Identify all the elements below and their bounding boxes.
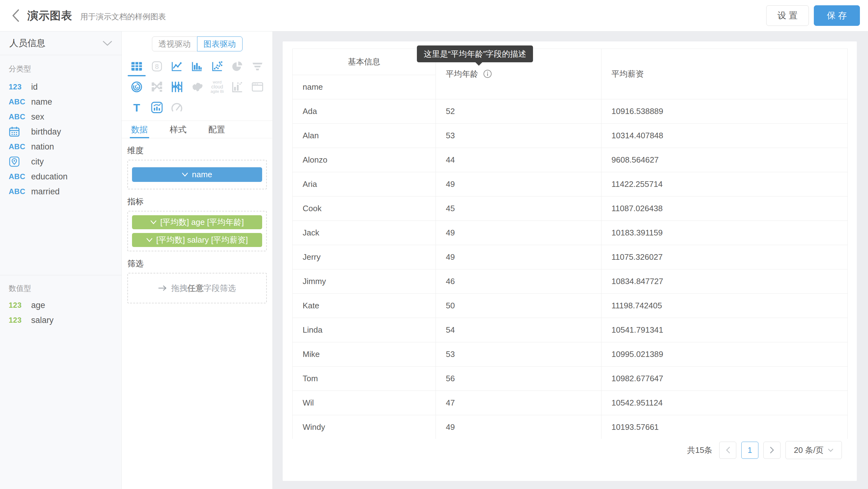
- table-row: Kate5011198.742405: [293, 294, 848, 318]
- chevron-left-icon: [726, 447, 730, 454]
- chart-type-map-icon[interactable]: [189, 80, 205, 94]
- string-field-icon: ABC: [9, 142, 28, 151]
- table-row: Alonzo449608.564627: [293, 148, 848, 172]
- chevron-down-icon: [103, 41, 112, 46]
- metric-chip-age[interactable]: [平均数] age [平均年龄]: [132, 215, 262, 229]
- chart-type-scorecard-icon[interactable]: 8: [149, 60, 165, 73]
- mode-chart-button[interactable]: 图表驱动: [197, 36, 243, 51]
- field-age[interactable]: 123 age: [0, 298, 121, 313]
- metric-label: 指标: [127, 196, 267, 207]
- page-size-select[interactable]: 20 条/页: [785, 441, 842, 459]
- metric-dropzone[interactable]: [平均数] age [平均年龄] [平均数] salary [平均薪资]: [127, 211, 267, 251]
- calendar-icon: [9, 126, 28, 137]
- field-name[interactable]: ABC name: [0, 94, 121, 109]
- prev-page-button[interactable]: [719, 442, 736, 459]
- dimension-chip-name[interactable]: name: [132, 167, 262, 182]
- pagination: 共15条 1 20 条/页: [687, 441, 842, 459]
- numeric-section: 数值型 123 age 123 salary: [0, 275, 121, 328]
- chart-type-combo-icon[interactable]: [149, 101, 165, 114]
- chevron-down-icon: [182, 173, 188, 177]
- settings-button[interactable]: 设 置: [766, 5, 809, 26]
- chart-type-grid: 8 wordcloudagile Bi: [127, 60, 268, 114]
- table-row: Jerry4911075.326027: [293, 245, 848, 269]
- chevron-left-icon: [11, 9, 20, 23]
- field-description-tooltip: 这里是“平均年龄”字段的描述: [417, 45, 533, 62]
- pagination-total: 共15条: [687, 445, 712, 456]
- dataset-title: 人员信息: [9, 37, 45, 50]
- chart-type-wordcloud-icon[interactable]: wordcloudagile Bi: [209, 80, 225, 94]
- page-1-button[interactable]: 1: [741, 442, 758, 459]
- chart-type-sankey-icon[interactable]: [149, 80, 165, 94]
- field-sex[interactable]: ABC sex: [0, 109, 121, 124]
- mode-toggle: 透视驱动 图表驱动: [122, 36, 272, 51]
- chart-type-table-icon[interactable]: [129, 60, 145, 73]
- number-field-icon: 123: [9, 83, 28, 91]
- dimension-dropzone[interactable]: name: [127, 160, 267, 189]
- table-row: Jimmy4610834.847727: [293, 269, 848, 294]
- chevron-down-icon: [146, 238, 153, 242]
- categorical-section: 分类型 123 id ABC name ABC sex: [0, 55, 121, 199]
- table-row: Mike5310995.021389: [293, 342, 848, 367]
- metric-chip-salary[interactable]: [平均数] salary [平均薪资]: [132, 233, 262, 247]
- field-married[interactable]: ABC married: [0, 184, 121, 199]
- tab-style[interactable]: 样式: [168, 121, 188, 138]
- chart-type-bar-icon[interactable]: [189, 60, 205, 73]
- column-header-name: name: [293, 75, 436, 99]
- chart-config-panel: 透视驱动 图表驱动 8: [122, 31, 273, 489]
- save-button[interactable]: 保 存: [814, 5, 860, 26]
- chart-type-timeline-icon[interactable]: [229, 80, 245, 94]
- field-city[interactable]: city: [0, 154, 121, 169]
- string-field-icon: ABC: [9, 97, 28, 106]
- string-field-icon: ABC: [9, 187, 28, 196]
- top-bar: 演示图表 用于演示文档的样例图表 设 置 保 存: [0, 0, 868, 31]
- field-nation[interactable]: ABC nation: [0, 139, 121, 154]
- result-table-wrapper: 基本信息 平均年龄 平均薪资 name Ada5210916.538889 Al…: [292, 49, 848, 439]
- chart-type-gauge-icon[interactable]: [169, 101, 185, 114]
- column-header-salary: 平均薪资: [601, 49, 848, 99]
- config-tabs: 数据 样式 配置: [122, 121, 272, 138]
- table-row: Windy4910193.57661: [293, 415, 848, 439]
- chart-type-pie-icon[interactable]: [229, 60, 245, 73]
- table-row: Jack4910183.391159: [293, 221, 848, 245]
- chart-type-iframe-icon[interactable]: [249, 80, 266, 94]
- field-birthday[interactable]: birthday: [0, 124, 121, 139]
- chart-type-line-icon[interactable]: [169, 60, 185, 73]
- dataset-sidebar: 人员信息 分类型 123 id ABC name ABC sex: [0, 31, 122, 489]
- string-field-icon: ABC: [9, 113, 28, 121]
- tab-data[interactable]: 数据: [130, 121, 149, 138]
- chart-preview-card: 基本信息 平均年龄 平均薪资 name Ada5210916.538889 Al…: [283, 41, 857, 481]
- filter-label: 筛选: [127, 258, 267, 269]
- chart-type-rose-icon[interactable]: [129, 80, 145, 94]
- number-field-icon: 123: [9, 316, 28, 325]
- dataset-header[interactable]: 人员信息: [0, 31, 121, 55]
- field-education[interactable]: ABC education: [0, 169, 121, 184]
- chart-type-parallel-icon[interactable]: [169, 80, 185, 94]
- svg-text:8: 8: [155, 63, 159, 70]
- info-icon[interactable]: [483, 69, 492, 78]
- next-page-button[interactable]: [764, 442, 780, 459]
- dimension-label: 维度: [127, 145, 267, 156]
- mode-pivot-button[interactable]: 透视驱动: [152, 36, 197, 51]
- chevron-down-icon: [150, 220, 157, 224]
- table-row: Wil4710542.951124: [293, 391, 848, 415]
- field-salary[interactable]: 123 salary: [0, 313, 121, 328]
- field-id[interactable]: 123 id: [0, 80, 121, 94]
- filter-dropzone[interactable]: 拖拽任意字段筛选: [127, 273, 267, 303]
- chart-type-funnel-icon[interactable]: [249, 60, 266, 73]
- result-table: 基本信息 平均年龄 平均薪资 name Ada5210916.538889 Al…: [292, 49, 848, 439]
- back-button[interactable]: [7, 7, 24, 24]
- tab-config[interactable]: 配置: [207, 121, 226, 138]
- chart-type-scatter-icon[interactable]: [209, 60, 225, 73]
- table-group-header: 基本信息: [293, 49, 436, 75]
- table-row: Aria4911422.255714: [293, 172, 848, 196]
- svg-text:T: T: [133, 101, 140, 113]
- table-row: Ada5210916.538889: [293, 99, 848, 124]
- table-row: Cook4511087.026438: [293, 196, 848, 221]
- chart-type-text-icon[interactable]: T: [129, 101, 145, 114]
- table-row: Tom5610982.677647: [293, 367, 848, 391]
- categorical-label: 分类型: [0, 64, 121, 74]
- table-row: Linda5410541.791341: [293, 318, 848, 342]
- chevron-right-icon: [770, 447, 774, 454]
- page-subtitle: 用于演示文档的样例图表: [80, 11, 166, 22]
- arrow-right-icon: [158, 285, 167, 291]
